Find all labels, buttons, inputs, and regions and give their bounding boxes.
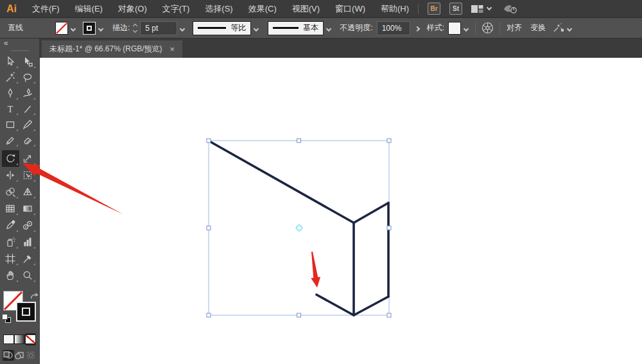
- divider: [475, 22, 476, 35]
- style-chevron-icon[interactable]: [464, 24, 468, 33]
- brush-value: 基本: [303, 22, 318, 33]
- rotate-tool[interactable]: [2, 150, 19, 167]
- select-similar-icon[interactable]: [553, 23, 564, 33]
- menu-file[interactable]: 文件(F): [32, 3, 60, 15]
- draw-behind-mode-button[interactable]: [14, 350, 26, 361]
- panel-grip[interactable]: [11, 50, 29, 51]
- arrange-documents-icon[interactable]: [471, 4, 483, 13]
- opacity-field[interactable]: 100%: [377, 21, 410, 35]
- menu-window[interactable]: 窗口(W): [335, 3, 365, 15]
- power-sync-icon[interactable]: [503, 3, 517, 15]
- width-tool[interactable]: [2, 167, 19, 184]
- recolor-artwork-icon[interactable]: [482, 22, 494, 34]
- menu-type[interactable]: 文字(T): [162, 3, 190, 15]
- hand-tool[interactable]: [2, 267, 19, 284]
- brush-preview: [273, 27, 299, 29]
- zoom-tool[interactable]: [19, 267, 37, 284]
- artboard-tool[interactable]: [2, 250, 19, 267]
- pen-tool[interactable]: [2, 85, 19, 101]
- brush-dropdown[interactable]: 基本: [268, 21, 324, 35]
- opacity-expand-icon[interactable]: [415, 24, 419, 33]
- width-profile-value: 等比: [230, 22, 246, 33]
- shaper-pencil-tool[interactable]: [2, 133, 19, 149]
- stroke-weight-label: 描边:: [112, 22, 130, 33]
- document-tab-bar: 未标题-1* @ 66.67% (RGB/预览) ×: [40, 39, 642, 58]
- control-bar: 直线 描边: 5 pt 等比 基本 不透明度: 100% 样式: 对齐 变换: [0, 18, 642, 39]
- gradient-tool[interactable]: [19, 200, 37, 217]
- collapse-panel-button[interactable]: «: [4, 39, 8, 48]
- rectangle-tool[interactable]: [2, 117, 19, 133]
- color-button[interactable]: [3, 334, 14, 344]
- selection-type-label: 直线: [8, 22, 23, 33]
- bridge-button[interactable]: Br: [428, 3, 440, 15]
- transform-button[interactable]: 变换: [530, 22, 546, 33]
- width-profile-preview: [198, 27, 226, 29]
- paintbrush-tool[interactable]: [19, 117, 37, 133]
- menu-select[interactable]: 选择(S): [205, 3, 232, 15]
- stroke-color-swatch[interactable]: [16, 302, 36, 322]
- menu-effect[interactable]: 效果(C): [248, 3, 277, 15]
- illustrator-logo: Ai: [6, 3, 17, 15]
- menu-object[interactable]: 对象(O): [118, 3, 147, 15]
- mesh-tool[interactable]: [2, 200, 19, 217]
- draw-inside-mode-button[interactable]: [25, 350, 37, 361]
- stroke-weight-field[interactable]: 5 pt: [140, 21, 177, 35]
- stroke-weight-chevron-icon[interactable]: [180, 24, 184, 33]
- eyedropper-tool[interactable]: [2, 217, 19, 234]
- fill-chevron-icon[interactable]: [71, 24, 75, 33]
- align-button[interactable]: 对齐: [507, 22, 522, 33]
- tab-close-icon[interactable]: ×: [170, 44, 175, 54]
- curvature-tool[interactable]: [19, 85, 37, 101]
- line-segment-tool[interactable]: [19, 101, 37, 117]
- artboard-canvas[interactable]: [40, 58, 642, 364]
- column-graph-tool[interactable]: [19, 234, 37, 250]
- draw-normal-mode-button[interactable]: [3, 350, 14, 361]
- fill-swatch-none[interactable]: [55, 22, 68, 35]
- swap-fill-stroke-icon[interactable]: [30, 291, 39, 302]
- arrange-documents-chevron-icon[interactable]: [487, 8, 491, 10]
- menu-help[interactable]: 帮助(H): [381, 3, 409, 15]
- divider: [418, 4, 419, 14]
- stock-button[interactable]: St: [449, 3, 462, 15]
- style-label: 样式:: [427, 22, 444, 33]
- gradient-button[interactable]: [14, 334, 25, 344]
- type-tool[interactable]: T: [2, 101, 19, 117]
- menu-bar: Ai 文件(F) 编辑(E) 对象(O) 文字(T) 选择(S) 效果(C) 视…: [0, 0, 642, 18]
- shape-builder-tool[interactable]: [2, 184, 19, 200]
- lasso-tool[interactable]: [19, 70, 37, 86]
- width-profile-dropdown[interactable]: 等比: [193, 21, 251, 35]
- document-title: 未标题-1* @ 66.67% (RGB/预览): [49, 44, 162, 55]
- opacity-label[interactable]: 不透明度:: [340, 22, 372, 33]
- document-tab[interactable]: 未标题-1* @ 66.67% (RGB/预览) ×: [42, 40, 182, 58]
- style-swatch[interactable]: [448, 22, 461, 35]
- eraser-tool[interactable]: [19, 133, 37, 149]
- divider: [499, 22, 500, 35]
- stroke-chevron-icon[interactable]: [99, 24, 103, 33]
- scale-tool[interactable]: [19, 150, 37, 167]
- magic-wand-tool[interactable]: [2, 70, 19, 86]
- stroke-weight-stepper[interactable]: [134, 24, 137, 32]
- perspective-grid-tool[interactable]: [19, 184, 37, 200]
- brush-chevron-icon[interactable]: [327, 24, 331, 33]
- tools-panel: « T: [0, 39, 40, 364]
- menu-view[interactable]: 视图(V): [292, 3, 320, 15]
- symbol-sprayer-tool[interactable]: [2, 234, 19, 250]
- direct-selection-tool[interactable]: [19, 54, 37, 70]
- blend-tool[interactable]: [19, 217, 37, 234]
- default-fill-stroke-icon[interactable]: [2, 314, 11, 323]
- free-transform-tool[interactable]: [19, 167, 37, 184]
- none-button[interactable]: [25, 334, 36, 344]
- menu-edit[interactable]: 编辑(E): [75, 3, 103, 15]
- svg-text:T: T: [8, 105, 13, 114]
- selection-tool[interactable]: [2, 54, 19, 70]
- stroke-swatch[interactable]: [83, 22, 96, 35]
- select-similar-chevron-icon[interactable]: [568, 24, 571, 33]
- slice-tool[interactable]: [19, 250, 37, 267]
- width-profile-chevron-icon[interactable]: [254, 24, 258, 33]
